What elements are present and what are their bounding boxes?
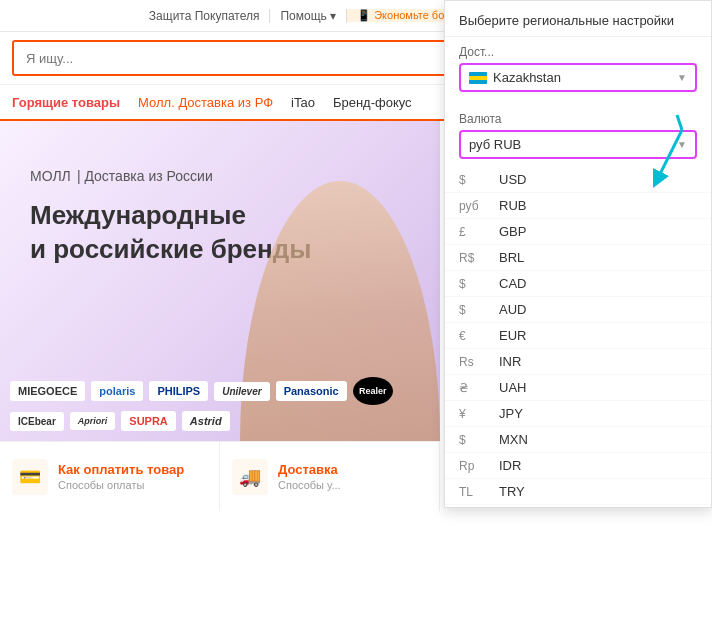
brand-focus-link[interactable]: Бренд-фокус <box>333 95 412 110</box>
region-settings-dropdown: Выберите региональные настройки Дост... … <box>444 0 712 508</box>
delivery-text: Доставка Способы у... <box>278 462 341 491</box>
hot-items-link[interactable]: Горящие товары <box>12 95 120 110</box>
country-arrow-icon: ▼ <box>677 72 687 83</box>
currency-option-gbp[interactable]: £GBP <box>445 219 711 245</box>
buyer-protection-link[interactable]: Защита Покупателя <box>139 9 271 23</box>
brand-polaris: polaris <box>91 381 143 401</box>
delivery-method-item[interactable]: 🚚 Доставка Способы у... <box>220 442 440 511</box>
brand-astrid: Astrid <box>182 411 230 431</box>
currency-option-eur[interactable]: €EUR <box>445 323 711 349</box>
currency-option-rub[interactable]: рубRUB <box>445 193 711 219</box>
currency-label: Валюта <box>459 112 697 126</box>
currency-option-usd[interactable]: $USD <box>445 167 711 193</box>
country-selector[interactable]: Kazakhstan ▼ <box>459 63 697 92</box>
brand-panasonic: Panasonic <box>276 381 347 401</box>
country-value: Kazakhstan <box>493 70 677 85</box>
currency-option-uah[interactable]: ₴UAH <box>445 375 711 401</box>
hero-title: Международныеи российские бренды <box>30 199 311 267</box>
hero-text: МОЛЛ | Доставка из России Международныеи… <box>30 161 311 267</box>
currency-option-sek[interactable]: SEKSEK <box>445 505 711 507</box>
brand-icebear: ICEbear <box>10 412 64 431</box>
currency-option-brl[interactable]: R$BRL <box>445 245 711 271</box>
currency-option-idr[interactable]: RpIDR <box>445 453 711 479</box>
currency-option-inr[interactable]: RsINR <box>445 349 711 375</box>
currency-option-try[interactable]: TLTRY <box>445 479 711 505</box>
delivery-icon: 🚚 <box>232 459 268 495</box>
currency-section: Валюта руб RUB ▼ <box>445 104 711 167</box>
payment-row: 💳 Как оплатить товар Способы оплаты 🚚 До… <box>0 441 440 511</box>
payment-text: Как оплатить товар Способы оплаты <box>58 462 184 491</box>
brand-logos: MIEGOECE polaris PHILIPS Unilever Panaso… <box>10 377 430 431</box>
currency-option-jpy[interactable]: ¥JPY <box>445 401 711 427</box>
brand-unilever: Unilever <box>214 382 269 401</box>
brand-realer: Realer <box>353 377 393 405</box>
brand-supra: SUPRA <box>121 411 176 431</box>
hero-brand: МОЛЛ | Доставка из России <box>30 161 311 187</box>
kazakhstan-flag <box>469 72 487 84</box>
currency-option-mxn[interactable]: $MXN <box>445 427 711 453</box>
currency-option-cad[interactable]: $CAD <box>445 271 711 297</box>
itao-link[interactable]: iTao <box>291 95 315 110</box>
payment-icon: 💳 <box>12 459 48 495</box>
currency-option-aud[interactable]: $AUD <box>445 297 711 323</box>
help-link[interactable]: Помощь ▾ <box>270 9 347 23</box>
currency-arrow-icon: ▼ <box>677 139 687 150</box>
payment-method-item[interactable]: 💳 Как оплатить товар Способы оплаты <box>0 442 220 511</box>
mall-delivery-link[interactable]: Молл. Доставка из РФ <box>138 95 273 110</box>
currency-selector[interactable]: руб RUB ▼ <box>459 130 697 159</box>
country-section: Дост... Kazakhstan ▼ <box>445 37 711 104</box>
country-label: Дост... <box>459 45 697 59</box>
brand-miegoece: MIEGOECE <box>10 381 85 401</box>
dropdown-header: Выберите региональные настройки <box>445 1 711 37</box>
hero-banner: МОЛЛ | Доставка из России Международныеи… <box>0 121 440 441</box>
currency-value: руб RUB <box>469 137 677 152</box>
currency-list: $USDрубRUB£GBPR$BRL$CAD$AUD€EURRsINR₴UAH… <box>445 167 711 507</box>
brand-philips: PHILIPS <box>149 381 208 401</box>
brand-apriori: Apriori <box>70 412 116 430</box>
left-content: МОЛЛ | Доставка из России Международныеи… <box>0 121 440 511</box>
